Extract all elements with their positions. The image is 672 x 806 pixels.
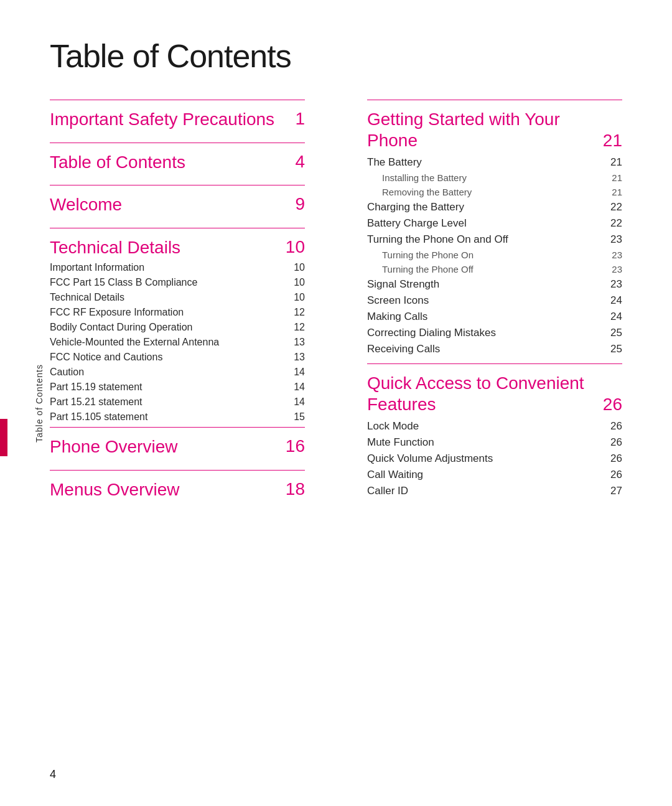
toc-sub-entry-number: 14 — [294, 382, 305, 393]
toc-sub-entry-number: 10 — [294, 292, 305, 303]
toc-sub-entry: Making Calls24 — [367, 309, 622, 325]
toc-sub-entry-number: 21 — [612, 172, 622, 183]
toc-sub-entry-label: Removing the Battery — [367, 187, 605, 197]
toc-sub-entry-number: 21 — [612, 187, 622, 197]
toc-sub-entry-label: Installing the Battery — [367, 172, 605, 183]
toc-sub-entry-number: 14 — [294, 396, 305, 408]
toc-sub-entry-number: 26 — [610, 452, 622, 465]
toc-sub-entry-number: 22 — [610, 201, 622, 213]
toc-sub-entry-label: Receiving Calls — [367, 343, 604, 355]
toc-sub-entry-label: Part 15.19 statement — [50, 382, 287, 393]
toc-sub-entry: Part 15.19 statement14 — [50, 380, 305, 395]
toc-sub-entry-label: The Battery — [367, 156, 604, 169]
toc-sub-entry-label: Technical Details — [50, 292, 287, 303]
toc-sub-entry-label: Signal Strength — [367, 278, 604, 291]
toc-sub-entry: Turning the Phone On and Off23 — [367, 232, 622, 248]
toc-sub-entry: Caller ID27 — [367, 483, 622, 499]
section-label-menus-overview: Menus Overview — [50, 479, 279, 500]
toc-sub-entry: Vehicle-Mounted the External Antenna13 — [50, 335, 305, 350]
toc-sub-entry-label: Charging the Battery — [367, 201, 604, 213]
section-quick-access: Quick Access to Convenient Features26Loc… — [367, 363, 622, 499]
section-table-of-contents: Table of Contents4 — [50, 143, 305, 180]
toc-sub-entry-label: Lock Mode — [367, 420, 604, 433]
toc-columns: Important Safety Precautions1Table of Co… — [50, 100, 622, 505]
toc-sub-entry-label: Vehicle-Mounted the External Antenna — [50, 337, 287, 348]
section-number-quick-access: 26 — [603, 395, 622, 415]
page-title: Table of Contents — [50, 37, 622, 75]
section-number-technical-details: 10 — [286, 237, 305, 257]
section-label-getting-started: Getting Started with Your Phone — [367, 109, 597, 151]
toc-sub-entry-label: Caller ID — [367, 485, 604, 497]
toc-sub-entry: Removing the Battery21 — [367, 185, 622, 199]
toc-sub-entry-number: 26 — [610, 436, 622, 449]
toc-sub-entry: Lock Mode26 — [367, 418, 622, 434]
toc-sub-entry: Mute Function26 — [367, 434, 622, 451]
toc-sub-entry: Signal Strength23 — [367, 276, 622, 293]
toc-sub-entry-number: 22 — [610, 217, 622, 230]
section-number-phone-overview: 16 — [286, 436, 305, 456]
toc-sub-entry: Turning the Phone Off23 — [367, 262, 622, 276]
sidebar-tab — [0, 419, 7, 456]
section-menus-overview: Menus Overview18 — [50, 470, 305, 500]
section-number-welcome: 9 — [295, 194, 305, 214]
toc-sub-entry: Correcting Dialing Mistakes25 — [367, 325, 622, 341]
toc-sub-entry-number: 26 — [610, 469, 622, 481]
toc-sub-entry: FCC RF Exposure Information12 — [50, 305, 305, 320]
toc-sub-entry-label: Call Waiting — [367, 469, 604, 481]
toc-sub-entry-number: 13 — [294, 352, 305, 363]
toc-sub-entry-number: 26 — [610, 420, 622, 433]
toc-sub-entry-number: 23 — [612, 250, 622, 260]
section-number-getting-started: 21 — [603, 131, 622, 151]
toc-sub-entry-number: 25 — [610, 327, 622, 339]
toc-sub-entry: Screen Icons24 — [367, 293, 622, 309]
toc-sub-entry-label: Turning the Phone On — [367, 250, 605, 260]
toc-sub-entry: FCC Part 15 Class B Compliance10 — [50, 275, 305, 290]
toc-sub-entry: Part 15.21 statement14 — [50, 395, 305, 410]
section-label-table-of-contents: Table of Contents — [50, 152, 289, 173]
toc-sub-entry-number: 14 — [294, 367, 305, 378]
sidebar-label: Table of Contents — [34, 364, 44, 443]
toc-sub-entry-label: Bodily Contact During Operation — [50, 322, 287, 333]
section-welcome: Welcome9 — [50, 185, 305, 223]
toc-sub-entry: Receiving Calls25 — [367, 341, 622, 357]
toc-sub-entry-label: Important Information — [50, 262, 287, 273]
toc-sub-entry: Charging the Battery22 — [367, 199, 622, 215]
section-label-technical-details: Technical Details — [50, 237, 279, 258]
section-phone-overview: Phone Overview16 — [50, 427, 305, 465]
toc-sub-entry-number: 12 — [294, 322, 305, 333]
toc-sub-entry-number: 27 — [610, 485, 622, 497]
toc-sub-entry-number: 23 — [610, 233, 622, 246]
toc-sub-entry-label: FCC Notice and Cautions — [50, 352, 287, 363]
right-column: Getting Started with Your Phone21The Bat… — [355, 100, 622, 505]
toc-sub-entry-number: 12 — [294, 307, 305, 318]
toc-sub-entry-label: Mute Function — [367, 436, 604, 449]
toc-sub-entry-label: Caution — [50, 367, 287, 378]
toc-sub-entry-label: FCC Part 15 Class B Compliance — [50, 277, 287, 288]
toc-sub-entry-number: 23 — [612, 264, 622, 274]
section-number-important-safety: 1 — [295, 109, 305, 129]
toc-sub-entry-number: 21 — [610, 156, 622, 169]
toc-sub-entry: Part 15.105 statement15 — [50, 410, 305, 424]
toc-sub-entry-label: FCC RF Exposure Information — [50, 307, 287, 318]
page-number: 4 — [50, 768, 56, 781]
section-number-table-of-contents: 4 — [295, 152, 305, 172]
toc-sub-entry-label: Screen Icons — [367, 294, 604, 307]
toc-sub-entry: Installing the Battery21 — [367, 171, 622, 185]
toc-sub-entry-label: Part 15.21 statement — [50, 396, 287, 408]
section-label-phone-overview: Phone Overview — [50, 436, 279, 457]
toc-sub-entry-label: Turning the Phone Off — [367, 264, 605, 274]
toc-sub-entry: Battery Charge Level22 — [367, 215, 622, 232]
toc-sub-entry: Technical Details10 — [50, 290, 305, 305]
toc-sub-entry-number: 24 — [610, 311, 622, 323]
toc-sub-entry-number: 13 — [294, 337, 305, 348]
section-important-safety: Important Safety Precautions1 — [50, 100, 305, 138]
section-label-quick-access: Quick Access to Convenient Features — [367, 373, 597, 415]
section-technical-details: Technical Details10Important Information… — [50, 228, 305, 425]
section-getting-started: Getting Started with Your Phone21The Bat… — [367, 100, 622, 357]
toc-sub-entry: Quick Volume Adjustments26 — [367, 451, 622, 467]
toc-sub-entry-number: 25 — [610, 343, 622, 355]
toc-sub-entry: Call Waiting26 — [367, 467, 622, 483]
toc-sub-entry: Important Information10 — [50, 260, 305, 275]
toc-sub-entry: The Battery21 — [367, 154, 622, 171]
toc-sub-entry-label: Part 15.105 statement — [50, 411, 287, 423]
